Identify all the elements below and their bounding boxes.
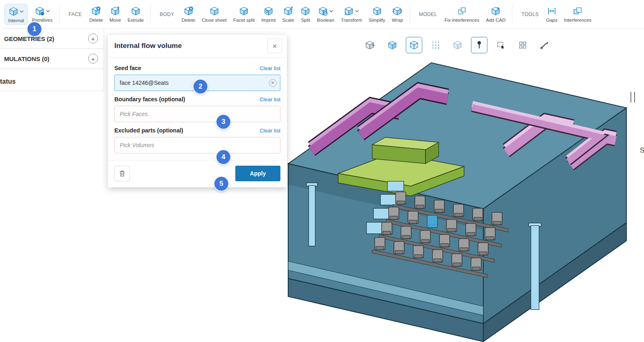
tool-split-button[interactable]: Split xyxy=(300,6,310,23)
sidebar-item-geometries[interactable]: GEOMETRIES (2) + xyxy=(0,29,104,49)
pattern-select-button[interactable] xyxy=(514,37,531,53)
tool-add-cad-button[interactable]: Add CAD xyxy=(486,6,505,23)
tool-boolean-button[interactable]: Boolean xyxy=(317,6,334,23)
tool-wrap-button[interactable]: Wrap xyxy=(392,6,403,23)
pillar-right[interactable] xyxy=(529,223,541,310)
vertex-view-button[interactable] xyxy=(428,37,444,53)
3d-viewport[interactable] xyxy=(262,57,644,342)
tool-fix-interferences-button[interactable]: Fix interferences xyxy=(444,6,479,23)
seat[interactable] xyxy=(439,235,450,247)
view-cube-icon xyxy=(366,40,375,50)
tool-label: Wrap xyxy=(392,18,403,23)
excluded-parts-input[interactable] xyxy=(119,141,267,149)
tool-internal-flow-volume-button[interactable]: Internal xyxy=(4,4,28,25)
dialog-title: Internal flow volume xyxy=(114,42,182,50)
trash-icon xyxy=(118,170,126,177)
tool-facet-split-button[interactable]: Facet split xyxy=(233,6,255,23)
seat[interactable] xyxy=(401,226,411,239)
tool-label: Imprint xyxy=(261,18,275,23)
seat[interactable] xyxy=(382,222,392,235)
body-delete-icon xyxy=(184,6,193,16)
seat[interactable] xyxy=(471,258,481,270)
step-badge-5: 5 xyxy=(214,177,228,191)
seed-face-input[interactable] xyxy=(119,79,267,87)
scale-icon xyxy=(283,6,293,16)
tool-label: Extrude xyxy=(127,18,144,23)
seat[interactable] xyxy=(478,243,488,255)
delete-operation-button[interactable] xyxy=(114,166,130,181)
tool-scale-button[interactable]: Scale xyxy=(282,6,294,23)
add-cad-icon xyxy=(491,6,501,16)
shaded-view-button[interactable] xyxy=(384,37,401,53)
seat[interactable] xyxy=(466,223,476,236)
tool-body-delete-button[interactable]: Delete xyxy=(182,6,195,23)
seat[interactable] xyxy=(408,211,418,223)
view-orientation-button[interactable] xyxy=(362,37,379,53)
tool-label: Simplify xyxy=(369,18,385,23)
stair-step[interactable] xyxy=(387,181,404,191)
tool-simplify-button[interactable]: Simplify xyxy=(369,6,385,23)
box-select-button[interactable] xyxy=(493,37,509,53)
panel-resize-handle[interactable] xyxy=(630,92,635,103)
seat[interactable] xyxy=(473,208,483,221)
seat[interactable] xyxy=(434,200,444,212)
boundary-faces-clear-list-link[interactable]: Clear list xyxy=(259,96,280,103)
tool-gaps-button[interactable]: Gaps xyxy=(546,6,558,23)
simplify-icon xyxy=(372,6,382,16)
extrude-icon xyxy=(131,6,141,16)
gaps-icon xyxy=(547,6,557,16)
tool-label: Scale xyxy=(282,18,294,23)
apply-button[interactable]: Apply xyxy=(235,166,280,181)
tool-close-sheet-button[interactable]: Close sheet xyxy=(202,6,227,23)
seat[interactable] xyxy=(389,207,399,219)
tool-face-delete-button[interactable]: Delete xyxy=(89,6,103,23)
tool-primitives-button[interactable]: Primitives xyxy=(32,6,52,23)
measure-button[interactable] xyxy=(536,37,553,53)
seat[interactable] xyxy=(375,237,385,250)
seat[interactable] xyxy=(459,239,469,251)
transform-icon xyxy=(344,6,354,16)
excluded-parts-field[interactable] xyxy=(114,137,280,153)
seat[interactable] xyxy=(453,204,464,217)
tool-imprint-button[interactable]: Imprint xyxy=(261,6,275,23)
dialog-body: Seed face Clear list ✕ Boundary faces (o… xyxy=(108,57,287,153)
seed-face-label: Seed face xyxy=(114,65,141,71)
seat[interactable] xyxy=(415,196,425,208)
seat[interactable] xyxy=(452,254,462,266)
tool-move-button[interactable]: Move xyxy=(109,6,121,23)
fix-interferences-icon xyxy=(457,6,467,16)
sidebar-item-status[interactable]: tatus xyxy=(0,72,104,91)
tool-extrude-button[interactable]: Extrude xyxy=(127,6,144,23)
transparent-view-button[interactable] xyxy=(449,37,466,53)
add-geometry-button[interactable]: + xyxy=(88,34,98,43)
sidebar-item-simulations[interactable]: MULATIONS (0) + xyxy=(0,49,104,69)
seed-face-clear-list-link[interactable]: Clear list xyxy=(259,65,280,71)
face-delete-icon xyxy=(91,6,101,16)
seat[interactable] xyxy=(432,250,443,262)
selected-seed-face[interactable] xyxy=(427,215,437,228)
tool-label: Internal xyxy=(8,18,24,23)
excluded-parts-clear-list-link[interactable]: Clear list xyxy=(259,128,280,134)
toolbar-group-body: BODY xyxy=(160,11,174,17)
seat[interactable] xyxy=(413,246,423,258)
toolbar-group-face: FACE xyxy=(68,11,82,17)
internal-flow-volume-icon xyxy=(9,7,18,16)
seat[interactable] xyxy=(446,219,457,232)
boundary-faces-field[interactable] xyxy=(114,106,280,122)
tool-transform-button[interactable]: Transform xyxy=(341,6,362,23)
tool-interferences-button[interactable]: Interferences xyxy=(564,6,592,23)
clear-selection-icon[interactable]: ✕ xyxy=(269,79,277,87)
seat[interactable] xyxy=(492,212,502,225)
dialog-close-button[interactable]: × xyxy=(267,39,282,53)
seat[interactable] xyxy=(394,242,404,254)
boundary-faces-input[interactable] xyxy=(119,110,267,118)
seat[interactable] xyxy=(396,192,406,204)
probe-point-button[interactable] xyxy=(471,37,487,53)
step-badge-4: 4 xyxy=(216,150,230,164)
wireframe-view-button[interactable] xyxy=(406,37,422,53)
seat[interactable] xyxy=(485,228,495,240)
seat[interactable] xyxy=(420,230,430,243)
add-simulation-button[interactable]: + xyxy=(88,54,98,64)
tool-label: Fix interferences xyxy=(444,18,479,23)
tool-label: Transform xyxy=(341,18,362,23)
